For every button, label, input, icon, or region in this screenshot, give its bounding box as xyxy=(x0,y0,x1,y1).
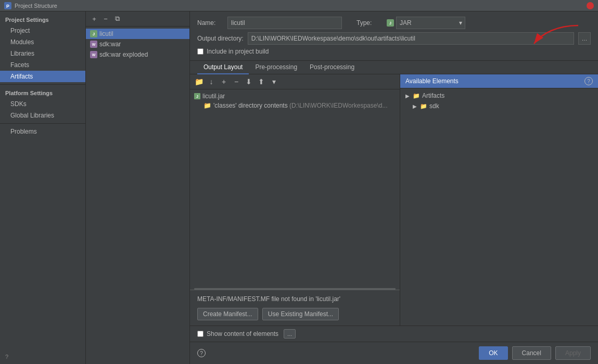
sidebar-item-problems-label: Problems xyxy=(10,128,37,135)
artifacts-folder-icon: 📁 xyxy=(413,93,420,99)
split-area: 📁 ↓ + − ⬇ ⬆ ▾ J licutil.jar 📁 xyxy=(190,74,598,326)
platform-settings-label: Platform Settings xyxy=(0,87,85,98)
available-elements-title: Available Elements xyxy=(405,77,584,85)
tree-remove-button[interactable]: − xyxy=(100,14,111,24)
tree-items: J licutil W sdk:war W sdk:war exploded xyxy=(86,27,189,364)
name-label: Name: xyxy=(197,19,223,27)
app-icon: P xyxy=(4,2,11,9)
tree-item-sdkwar-label: sdk:war xyxy=(99,41,121,48)
include-in-build-checkbox[interactable] xyxy=(197,48,203,55)
artifact-toolbar-add-btn[interactable]: + xyxy=(218,76,230,87)
tab-pre-processing[interactable]: Pre-processing xyxy=(249,61,303,74)
sidebar-item-sdks[interactable]: SDKs xyxy=(0,98,85,110)
available-items: ▶ 📁 Artifacts ▶ 📁 sdk xyxy=(400,88,598,326)
sdk-folder-icon: 📁 xyxy=(420,103,427,110)
sidebar-item-problems[interactable]: Problems xyxy=(0,126,85,137)
artifact-toolbar-expand-btn[interactable]: ▾ xyxy=(268,76,279,87)
ok-button[interactable]: OK xyxy=(479,346,507,360)
output-dir-label: Output directory: xyxy=(197,35,244,42)
create-manifest-button[interactable]: Create Manifest... xyxy=(197,308,258,320)
tree-toolbar: + − ⧉ xyxy=(86,11,189,27)
available-elements-help-icon[interactable]: ? xyxy=(584,77,593,85)
warning-message: META-INF/MANIFEST.MF file not found in '… xyxy=(197,295,392,303)
title-bar: P Project Structure xyxy=(0,0,598,11)
tree-item-licutil-label: licutil xyxy=(99,30,113,37)
apply-button[interactable]: Apply xyxy=(555,346,591,360)
artifact-item-licutil-jar[interactable]: J licutil.jar xyxy=(190,92,400,101)
help-bottom[interactable]: ? xyxy=(0,349,85,364)
sidebar-item-global-libraries-label: Global Libraries xyxy=(10,112,54,119)
tab-post-processing[interactable]: Post-processing xyxy=(303,61,361,74)
content-panel: Name: Type: J JAR WAR EAR JavaFx Applica… xyxy=(190,11,598,364)
ellipsis-button[interactable]: ... xyxy=(284,329,296,339)
sidebar-item-project[interactable]: Project xyxy=(0,25,85,36)
form-header: Name: Type: J JAR WAR EAR JavaFx Applica… xyxy=(190,11,598,61)
dir-browse-button[interactable]: … xyxy=(578,32,591,45)
artifact-toolbar-remove-btn[interactable]: − xyxy=(231,76,242,87)
output-dir-input[interactable] xyxy=(248,32,574,45)
warning-buttons: Create Manifest... Use Existing Manifest… xyxy=(197,308,392,320)
cancel-button[interactable]: Cancel xyxy=(512,346,551,360)
name-input[interactable] xyxy=(227,17,342,29)
artifact-toolbar-move-down-btn[interactable]: ⬇ xyxy=(243,76,255,87)
artifact-tree-panel: + − ⧉ J licutil W sdk:war W sdk:war expl… xyxy=(86,11,190,364)
tree-item-licutil[interactable]: J licutil xyxy=(86,29,189,39)
artifact-toolbar-folder-btn[interactable]: 📁 xyxy=(193,76,205,87)
sidebar-item-modules[interactable]: Modules xyxy=(0,36,85,48)
artifact-layout-panel: 📁 ↓ + − ⬇ ⬆ ▾ J licutil.jar 📁 xyxy=(190,74,400,326)
jar-icon: J xyxy=(90,30,97,37)
use-existing-manifest-button[interactable]: Use Existing Manifest... xyxy=(262,308,339,320)
dialog-buttons: ? OK Cancel Apply xyxy=(190,342,598,364)
avail-item-sdk[interactable]: ▶ 📁 sdk xyxy=(400,101,598,111)
artifact-toolbar-down-btn[interactable]: ↓ xyxy=(206,76,217,87)
show-content-row: Show content of elements ... xyxy=(197,329,296,339)
artifact-toolbar-move-up-btn[interactable]: ⬆ xyxy=(256,76,267,87)
sidebar-item-libraries[interactable]: Libraries xyxy=(0,48,85,59)
war-icon-2: W xyxy=(90,51,97,58)
type-label: Type: xyxy=(357,19,383,27)
bottom-bar: Show content of elements ... xyxy=(190,326,598,342)
sidebar-item-artifacts-label: Artifacts xyxy=(10,73,33,80)
warning-section: META-INF/MANIFEST.MF file not found in '… xyxy=(190,290,400,326)
artifact-items: J licutil.jar 📁 'classes' directory cont… xyxy=(190,89,400,286)
artifacts-expand-icon: ▶ xyxy=(405,93,411,99)
output-dir-row: Output directory: … xyxy=(197,32,591,45)
classes-folder-icon: 📁 xyxy=(203,102,211,109)
show-content-checkbox[interactable] xyxy=(197,331,203,337)
tree-copy-button[interactable]: ⧉ xyxy=(112,14,122,24)
include-in-build-label: Include in project build xyxy=(207,48,269,55)
sidebar: Project Settings Project Modules Librari… xyxy=(0,11,86,364)
tree-item-sdkwar[interactable]: W sdk:war xyxy=(86,39,189,49)
sidebar-item-artifacts[interactable]: Artifacts xyxy=(0,71,85,82)
jar-type-icon: J xyxy=(387,19,394,27)
main-layout: Project Settings Project Modules Librari… xyxy=(0,11,598,364)
sidebar-item-facets-label: Facets xyxy=(10,61,29,69)
sidebar-item-global-libraries[interactable]: Global Libraries xyxy=(0,110,85,121)
svg-text:P: P xyxy=(6,4,9,9)
type-select[interactable]: JAR WAR EAR JavaFx Application Other xyxy=(396,17,465,29)
sidebar-item-project-label: Project xyxy=(10,27,30,34)
war-icon-1: W xyxy=(90,41,97,48)
type-select-wrapper: JAR WAR EAR JavaFx Application Other xyxy=(396,17,465,29)
tab-output-layout[interactable]: Output Layout xyxy=(197,61,249,74)
artifact-item-classes-label: 'classes' directory contents (D:\LIN\WOR… xyxy=(213,102,387,109)
available-elements-panel: Available Elements ? ▶ 📁 Artifacts ▶ 📁 s… xyxy=(400,74,598,326)
sdk-expand-icon: ▶ xyxy=(413,103,418,109)
sidebar-item-sdks-label: SDKs xyxy=(10,100,27,108)
avail-item-sdk-label: sdk xyxy=(429,102,439,110)
avail-item-artifacts-label: Artifacts xyxy=(422,92,444,99)
sidebar-divider2 xyxy=(0,123,85,124)
window-controls xyxy=(587,2,594,9)
artifact-item-classes-dir[interactable]: 📁 'classes' directory contents (D:\LIN\W… xyxy=(190,101,400,110)
sidebar-item-modules-label: Modules xyxy=(10,38,34,46)
sidebar-item-facets[interactable]: Facets xyxy=(0,59,85,71)
available-elements-header: Available Elements ? xyxy=(400,74,598,88)
close-button[interactable] xyxy=(587,2,594,9)
dialog-help-icon[interactable]: ? xyxy=(197,349,206,357)
artifact-item-licutil-jar-label: licutil.jar xyxy=(202,93,225,100)
tree-item-sdkwar-exploded[interactable]: W sdk:war exploded xyxy=(86,49,189,60)
tree-item-sdkwar-exploded-label: sdk:war exploded xyxy=(99,51,148,58)
avail-item-artifacts[interactable]: ▶ 📁 Artifacts xyxy=(400,90,598,101)
tree-add-button[interactable]: + xyxy=(89,14,99,24)
show-content-label: Show content of elements xyxy=(207,330,278,337)
